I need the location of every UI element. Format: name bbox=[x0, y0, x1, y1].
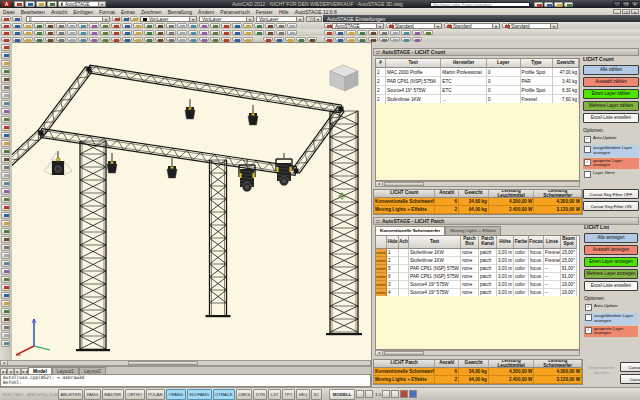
drawing-canvas[interactable] bbox=[12, 42, 371, 360]
table-hscrollbar[interactable]: ◄ bbox=[375, 350, 580, 356]
toolbar-icon[interactable] bbox=[243, 23, 253, 28]
child-restore-button[interactable]: ❐ bbox=[622, 9, 630, 14]
toolbar-icon[interactable] bbox=[1, 188, 10, 195]
toolbar-icon[interactable] bbox=[1, 84, 10, 91]
menu-bema-ung[interactable]: Bemaßung bbox=[165, 9, 195, 15]
scroll-thumb[interactable] bbox=[384, 182, 424, 186]
toolbar-icon[interactable] bbox=[144, 37, 154, 41]
toolbar-icon[interactable] bbox=[1, 260, 10, 267]
zoom-cell-button[interactable]: zoom bbox=[376, 281, 387, 289]
toolbar-icon[interactable] bbox=[324, 23, 331, 28]
toolbar-icon[interactable] bbox=[1, 132, 10, 139]
toolbar-icon[interactable] bbox=[67, 37, 77, 41]
toggle-seq[interactable]: SEQ bbox=[296, 389, 310, 400]
toolbar-icon[interactable] bbox=[133, 37, 143, 41]
toolbar-icon[interactable] bbox=[1, 164, 10, 171]
toolbar-icon[interactable] bbox=[502, 23, 507, 28]
child-minimize-button[interactable]: – bbox=[613, 9, 621, 14]
zoom-cell-button[interactable]: zoom bbox=[376, 257, 387, 265]
checkbox[interactable]: ✓ bbox=[584, 136, 591, 143]
toolbar-icon[interactable] bbox=[276, 23, 286, 28]
toolbar-icon[interactable] bbox=[1, 292, 10, 299]
style-dropdown-1[interactable]: Standard▾ bbox=[392, 23, 442, 29]
toolbar-icon[interactable] bbox=[1, 180, 10, 187]
toolbar-icon[interactable] bbox=[1, 172, 10, 179]
toolbar-icon[interactable] bbox=[423, 30, 433, 35]
toolbar-icon[interactable] bbox=[444, 23, 449, 28]
toolbar-icon[interactable] bbox=[177, 30, 187, 35]
toolbar-icon[interactable] bbox=[210, 23, 220, 28]
menu-hilfe[interactable]: Hilfe bbox=[276, 9, 292, 15]
button-excel-liste-erstellen[interactable]: Excel-Liste erstellen bbox=[584, 281, 638, 291]
checkbox[interactable] bbox=[584, 146, 591, 153]
autostage-workspace-dropdown[interactable]: AutoSTAGE▾ bbox=[332, 23, 384, 29]
toolbar-icon[interactable] bbox=[1, 76, 10, 83]
toolbar-icon[interactable] bbox=[1, 140, 10, 147]
table-row[interactable]: zoom2Stufenlinse 1KWnonepatch3,00 mcolor… bbox=[376, 257, 579, 265]
toolbar-icon[interactable] bbox=[1, 52, 10, 59]
toolbar-icon[interactable] bbox=[177, 23, 187, 28]
toolbar-icon[interactable] bbox=[1, 196, 10, 203]
toolbar-icon[interactable] bbox=[346, 37, 356, 41]
search-input[interactable]: Stichwort oder Frage eingeben bbox=[430, 2, 530, 8]
toolbar-icon[interactable] bbox=[276, 30, 286, 35]
menu-einf-gen[interactable]: Einfügen bbox=[70, 9, 96, 15]
toolbar-icon[interactable] bbox=[357, 30, 367, 35]
checkbox[interactable]: ✓ bbox=[585, 327, 592, 334]
style-dropdown-2[interactable]: Standard▾ bbox=[450, 23, 500, 29]
toolbar-icon[interactable] bbox=[287, 23, 297, 28]
toolbar-icon[interactable] bbox=[12, 30, 22, 35]
button-mehrere-layer-anzeigen[interactable]: Mehrere Layer anzeigen bbox=[584, 269, 638, 279]
toolbar-icon[interactable] bbox=[14, 1, 24, 7]
toolbar-icon[interactable] bbox=[1, 212, 10, 219]
toolbar-icon[interactable] bbox=[199, 23, 209, 28]
toolbar-icon[interactable] bbox=[111, 30, 121, 35]
toolbar-icon[interactable] bbox=[133, 30, 143, 35]
menu-extras[interactable]: Extras bbox=[118, 9, 138, 15]
toolbar-icon[interactable] bbox=[1, 324, 10, 331]
checkbox[interactable] bbox=[585, 314, 592, 321]
toolbar-icon[interactable] bbox=[221, 23, 231, 28]
toolbar-icon[interactable] bbox=[1, 116, 10, 123]
button-alle-anzeigen[interactable]: Alle anzeigen bbox=[584, 233, 638, 243]
toolbar-icon[interactable] bbox=[1, 316, 10, 323]
toolbar-icon[interactable] bbox=[1, 60, 10, 67]
table-hscrollbar[interactable]: ◄ bbox=[375, 181, 580, 187]
toolbar-icon[interactable] bbox=[78, 37, 88, 41]
toolbar-icon[interactable] bbox=[1, 100, 10, 107]
toolbar-icon[interactable] bbox=[122, 23, 132, 28]
toolbar-icon[interactable] bbox=[232, 30, 242, 35]
toolbar-icon[interactable] bbox=[554, 2, 563, 7]
toolbar-icon[interactable] bbox=[111, 23, 121, 28]
toolbar-icon[interactable] bbox=[1, 284, 10, 291]
toolbar-icon[interactable] bbox=[23, 23, 33, 28]
toolbar-icon[interactable] bbox=[1, 220, 10, 227]
toolbar-icon[interactable] bbox=[1, 37, 11, 41]
table-row[interactable]: zoom6PAR CP61 (NSP) 575Wnonepatch3,00 mc… bbox=[376, 273, 579, 281]
toolbar-icon[interactable] bbox=[144, 30, 154, 35]
option-auto-update[interactable]: ✓Auto-Update bbox=[584, 303, 638, 312]
button-alle-z-hlen[interactable]: Alle zählen bbox=[583, 65, 639, 75]
toolbar-icon[interactable] bbox=[368, 37, 378, 41]
toolbar-icon[interactable] bbox=[564, 2, 573, 7]
toolbar-icon[interactable] bbox=[12, 16, 22, 21]
toolbar-icon[interactable] bbox=[544, 2, 553, 7]
toolbar-icon[interactable] bbox=[133, 23, 143, 28]
toggle-3dofang[interactable]: 3DOFANG bbox=[187, 389, 212, 400]
toolbar-icon[interactable] bbox=[56, 37, 66, 41]
toolbar-icon[interactable] bbox=[166, 23, 176, 28]
table-row[interactable]: Moving Lights + Effekte294,00 kg2.400,00… bbox=[374, 376, 582, 384]
toolbar-icon[interactable] bbox=[177, 37, 187, 41]
toolbar-icon[interactable] bbox=[188, 37, 198, 41]
toggle-polar[interactable]: POLAR bbox=[146, 389, 165, 400]
toolbar-icon[interactable] bbox=[45, 30, 55, 35]
table-row[interactable]: zoom1Stufenlinse 1KWnonepatch3,00 mcolor… bbox=[376, 249, 579, 257]
menu-ansicht[interactable]: Ansicht bbox=[48, 9, 70, 15]
toolbar-icon[interactable] bbox=[368, 30, 378, 35]
cursor-key-filter-off-button[interactable]: Cursor Key Filter OFF bbox=[583, 189, 639, 199]
toolbar-icon[interactable] bbox=[166, 30, 176, 35]
toggle-sc[interactable]: SC bbox=[311, 389, 322, 400]
toolbar-icon[interactable] bbox=[67, 23, 77, 28]
toggle-lst[interactable]: LST bbox=[268, 389, 281, 400]
toolbar-icon[interactable] bbox=[56, 23, 66, 28]
